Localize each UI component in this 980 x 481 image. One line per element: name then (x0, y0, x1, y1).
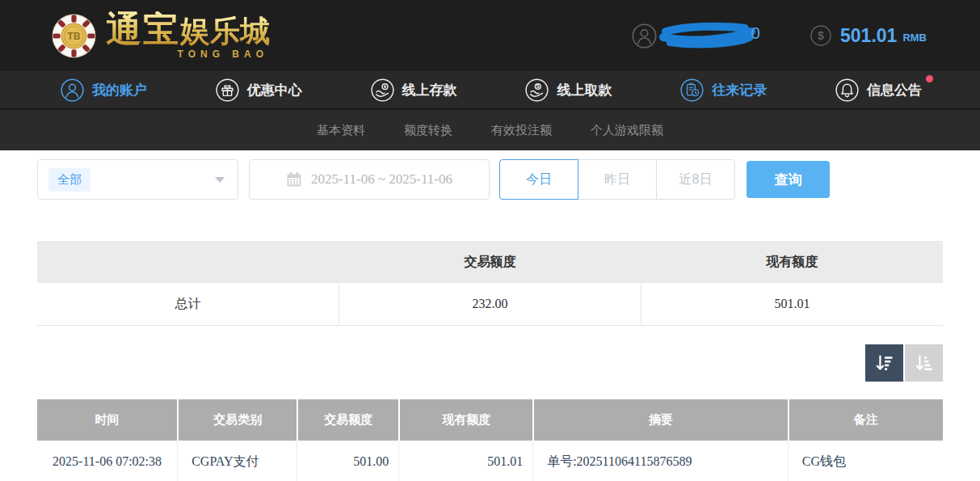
subnav-item-valid-bets[interactable]: 有效投注额 (491, 123, 552, 138)
balance-display[interactable]: $ 501.01 RMB (810, 24, 927, 47)
poker-chip-icon: TB (51, 13, 97, 59)
dollar-icon: $ (810, 24, 832, 47)
transaction-type-dropdown[interactable]: 全部 (37, 159, 238, 200)
summary-transaction-total: 232.00 (339, 283, 641, 325)
nav-item-announcements[interactable]: 信息公告 (835, 71, 922, 108)
records-icon (679, 78, 705, 103)
quick-range-group: 今日 昨日 近8日 (499, 159, 735, 200)
records-header-summary: 摘要 (532, 399, 788, 441)
records-table: 时间 交易类别 交易额度 现有额度 摘要 备注 2025-11-06 07:02… (37, 399, 943, 481)
top-header: TB 通宝娱乐城 TONG BAO 0 (0, 0, 980, 71)
svg-text:$: $ (536, 83, 540, 90)
date-range-input[interactable]: 2025-11-06 ~ 2025-11-06 (249, 159, 490, 200)
redacted-username-scribble: 0 (659, 21, 759, 50)
brand-name-cn: 通宝娱乐城 (106, 11, 270, 47)
nav-item-records[interactable]: 往来记录 (679, 71, 767, 108)
record-type: CGPAY支付 (177, 441, 297, 481)
records-header-row: 时间 交易类别 交易额度 现有额度 摘要 备注 (37, 399, 943, 441)
summary-header-row: 交易额度 现有额度 (37, 241, 943, 283)
sort-descending-icon (873, 352, 895, 374)
filter-row: 全部 2025-11-06 ~ 2025-11-06 今日 昨日 近8日 查询 (37, 159, 943, 200)
record-time: 2025-11-06 07:02:38 (37, 441, 177, 481)
summary-header-balance: 现有额度 (641, 241, 943, 283)
nav-item-promotions[interactable]: 优惠中心 (215, 71, 302, 108)
range-button-last-8-days[interactable]: 近8日 (656, 159, 735, 200)
record-summary: 单号:202511064115876589 (532, 441, 788, 481)
svg-text:TB: TB (67, 31, 80, 42)
search-button[interactable]: 查询 (747, 161, 830, 198)
brand-logo[interactable]: TB 通宝娱乐城 TONG BAO (51, 11, 270, 60)
main-nav: 我的账户 优惠中心 线上存款 $ 线上取款 (0, 71, 980, 110)
selected-type-tag: 全部 (48, 168, 90, 192)
date-range-value: 2025-11-06 ~ 2025-11-06 (311, 171, 452, 188)
sub-nav: 基本资料 额度转换 有效投注额 个人游戏限额 (0, 110, 980, 150)
summary-header-empty (37, 241, 339, 283)
summary-header-transaction: 交易额度 (339, 241, 641, 283)
brand-text: 通宝娱乐城 TONG BAO (106, 11, 270, 60)
username-display[interactable]: 0 (631, 21, 759, 50)
sort-ascending-button[interactable] (905, 344, 943, 382)
records-header-type: 交易类别 (177, 399, 297, 441)
summary-total-row: 总计 232.00 501.01 (37, 283, 943, 326)
user-icon (631, 23, 658, 49)
record-balance: 501.01 (398, 441, 532, 481)
calendar-icon (286, 171, 302, 188)
nav-item-my-account[interactable]: 我的账户 (60, 71, 147, 108)
sort-descending-button[interactable] (865, 344, 903, 382)
record-note: CG钱包 (788, 441, 943, 481)
nav-item-withdraw[interactable]: $ 线上取款 (524, 71, 612, 108)
records-header-note: 备注 (788, 399, 943, 441)
subnav-item-credit-transfer[interactable]: 额度转换 (404, 123, 452, 138)
deposit-icon (370, 78, 395, 103)
balance-currency: RMB (902, 27, 927, 44)
subnav-item-game-limits[interactable]: 个人游戏限额 (591, 123, 663, 138)
brand-name-en: TONG BAO (178, 49, 268, 60)
subnav-item-basic-info[interactable]: 基本资料 (317, 123, 365, 138)
balance-amount: 501.01 (840, 25, 897, 47)
svg-text:$: $ (818, 29, 824, 42)
summary-total-label: 总计 (37, 283, 339, 325)
sort-controls (37, 344, 943, 382)
scribble-strokes (659, 21, 759, 50)
record-amount: 501.00 (297, 441, 398, 481)
withdraw-icon: $ (524, 78, 549, 103)
user-icon (60, 78, 85, 103)
range-button-today[interactable]: 今日 (499, 159, 578, 200)
bell-icon (835, 78, 860, 103)
notification-badge-dot (926, 75, 933, 82)
summary-table: 交易额度 现有额度 总计 232.00 501.01 (37, 241, 943, 326)
records-header-time: 时间 (37, 399, 177, 441)
table-row: 2025-11-06 07:02:38 CGPAY支付 501.00 501.0… (37, 441, 943, 481)
gift-icon (215, 78, 240, 103)
header-right: 0 $ 501.01 RMB (631, 21, 927, 50)
records-header-balance: 现有额度 (398, 399, 532, 441)
sort-ascending-icon (913, 352, 935, 374)
username-visible-suffix: 0 (751, 23, 760, 43)
nav-item-deposit[interactable]: 线上存款 (370, 71, 457, 108)
range-button-yesterday[interactable]: 昨日 (578, 159, 657, 200)
content-area: 全部 2025-11-06 ~ 2025-11-06 今日 昨日 近8日 查询 (37, 159, 943, 481)
summary-balance-total: 501.01 (641, 283, 943, 325)
records-header-amount: 交易额度 (297, 399, 398, 441)
chevron-down-icon (215, 177, 225, 183)
